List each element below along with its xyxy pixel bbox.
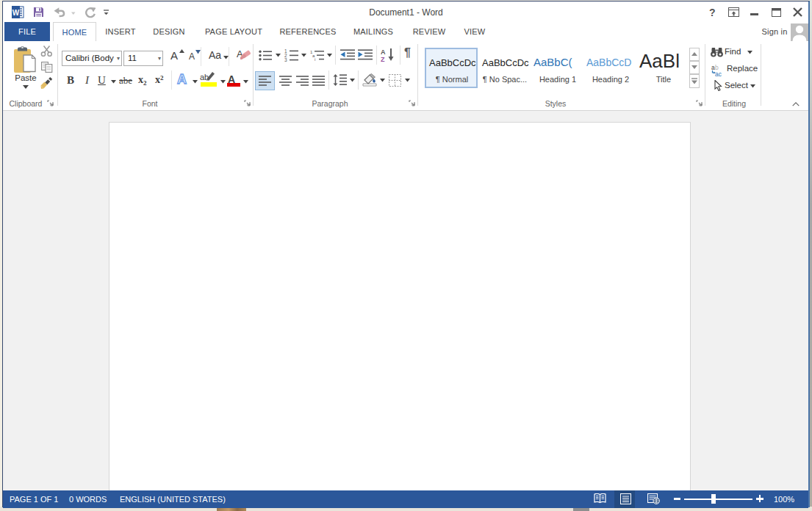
svg-text:ac: ac bbox=[715, 70, 722, 77]
svg-text:i: i bbox=[315, 57, 315, 61]
svg-text:Z: Z bbox=[381, 56, 385, 62]
svg-text:A: A bbox=[381, 48, 386, 56]
svg-text:3: 3 bbox=[284, 57, 287, 62]
